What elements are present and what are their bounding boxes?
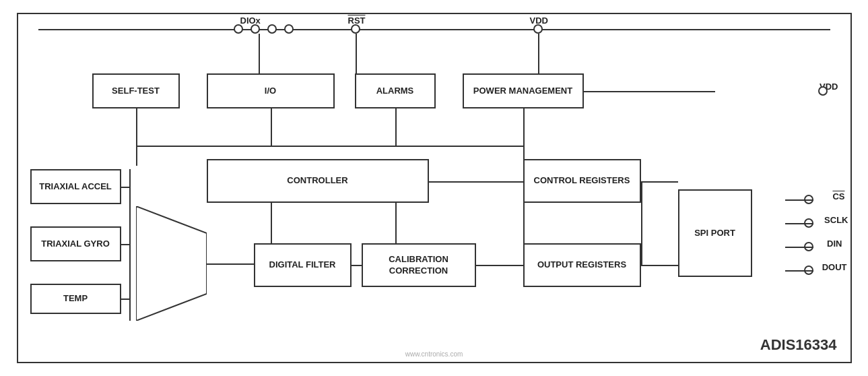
din-label: DIN xyxy=(827,239,842,249)
temp-to-bar xyxy=(121,299,129,300)
vdd-line-down xyxy=(538,34,539,74)
output-registers-block: OUTPUT REGISTERS xyxy=(523,243,641,287)
diox-pin2 xyxy=(251,24,260,34)
mux-shape xyxy=(136,206,207,321)
diox-line-down xyxy=(259,34,260,74)
triaxial-accel-block: TRIAXIAL ACCEL xyxy=(30,169,121,204)
ctrlreg-to-spi1 xyxy=(641,181,678,183)
filter-to-cal xyxy=(352,265,362,266)
accel-to-bar xyxy=(121,187,129,188)
cal-correction-block: CALIBRATION CORRECTION xyxy=(362,243,476,287)
pwrmgmt-down xyxy=(523,108,525,166)
io-down xyxy=(271,108,272,146)
cal-to-outreg2 xyxy=(476,265,523,266)
control-registers-block: CONTROL REGISTERS xyxy=(523,159,641,203)
ctrl-to-filter1 xyxy=(271,203,272,243)
triaxial-gyro-block: TRIAXIAL GYRO xyxy=(30,226,121,261)
dout-line xyxy=(785,270,813,272)
regs-to-spi-v xyxy=(641,181,642,265)
din-line xyxy=(785,247,813,248)
svg-marker-0 xyxy=(136,206,207,321)
block-diagram: DIOx RST VDD SELF-TEST I/O ALARMS POWER … xyxy=(17,13,852,363)
left-collection-bar xyxy=(129,169,131,321)
chip-label: ADIS16334 xyxy=(760,336,837,354)
spi-port-block: SPI PORT xyxy=(678,189,752,277)
h-line-controller-level xyxy=(207,146,523,147)
vdd-pin-top xyxy=(533,24,543,34)
regs-v-bar xyxy=(523,203,525,243)
vdd-pin-right xyxy=(818,86,828,96)
diox-label: DIOx xyxy=(240,15,261,26)
gyro-to-bar xyxy=(121,244,129,245)
rst-pin xyxy=(351,24,360,34)
self-test-block: SELF-TEST xyxy=(92,73,180,108)
cs-label: CS xyxy=(832,191,844,201)
selftest-down xyxy=(136,108,137,166)
alarms-block: ALARMS xyxy=(355,73,436,108)
ctrl-to-ctrlreg xyxy=(429,181,523,183)
sclk-line xyxy=(785,223,813,224)
digital-filter-block: DIGITAL FILTER xyxy=(254,243,352,287)
diox-pin4 xyxy=(284,24,294,34)
io-block: I/O xyxy=(207,73,335,108)
vdd-h-line xyxy=(584,91,715,92)
sclk-label: SCLK xyxy=(824,215,848,225)
power-mgmt-block: POWER MANAGEMENT xyxy=(463,73,584,108)
mux-to-filter xyxy=(207,263,254,265)
outreg-to-spi2 xyxy=(641,265,678,266)
diox-pin1 xyxy=(234,24,243,34)
temp-block: TEMP xyxy=(30,284,121,314)
watermark: www.cntronics.com xyxy=(405,350,463,358)
controller-block: CONTROLLER xyxy=(207,159,429,203)
cs-line xyxy=(785,199,813,201)
alarms-down xyxy=(395,108,397,146)
ctrl-to-filter2 xyxy=(395,203,397,243)
rst-line-down xyxy=(356,34,357,74)
dout-label: DOUT xyxy=(822,262,847,272)
top-bus xyxy=(38,29,830,30)
diox-pin3 xyxy=(267,24,277,34)
